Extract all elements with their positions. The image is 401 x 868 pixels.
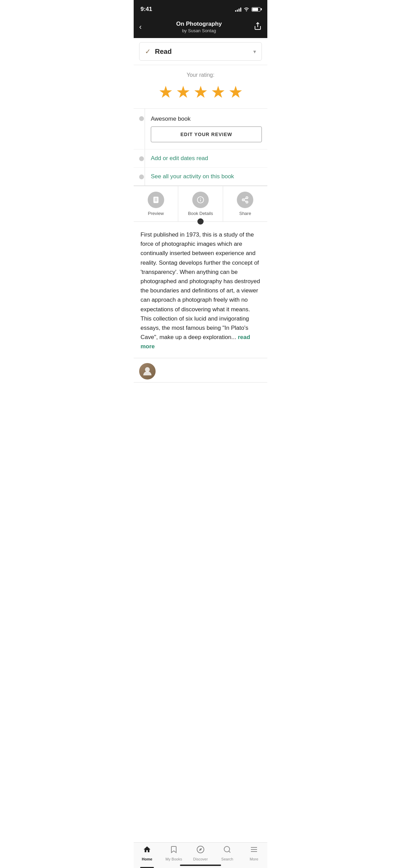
read-left: ✓ Read xyxy=(145,47,172,56)
review-timeline-item: Awesome book EDIT YOUR REVIEW xyxy=(134,109,267,149)
timeline-dot-dates xyxy=(139,156,144,161)
preview-action[interactable]: Preview xyxy=(134,186,178,221)
read-status-label: Read xyxy=(155,48,172,56)
back-button[interactable]: ‹ xyxy=(139,21,144,33)
share-button[interactable] xyxy=(254,22,262,32)
star-5[interactable]: ★ xyxy=(228,82,243,101)
star-3[interactable]: ★ xyxy=(193,82,208,101)
svg-line-7 xyxy=(244,200,246,202)
book-details-label: Book Details xyxy=(188,211,213,216)
action-row: Preview Book Details Share xyxy=(134,186,267,222)
dates-read-link-item: Add or edit dates read xyxy=(134,149,267,167)
timeline-dot-activity xyxy=(139,174,144,179)
svg-point-9 xyxy=(145,367,150,372)
nav-book-author: by Susan Sontag xyxy=(144,28,254,33)
rating-section: Your rating: ★ ★ ★ ★ ★ xyxy=(134,65,267,109)
preview-label: Preview xyxy=(148,211,164,216)
stars-row[interactable]: ★ ★ ★ ★ ★ xyxy=(139,82,262,101)
review-section: Awesome book EDIT YOUR REVIEW Add or edi… xyxy=(134,109,267,186)
activity-link[interactable]: See all your activity on this book xyxy=(151,173,234,180)
share-icon-circle xyxy=(237,192,253,208)
star-2[interactable]: ★ xyxy=(176,82,191,101)
book-details-action[interactable]: Book Details xyxy=(178,186,222,221)
status-bar: 9:41 xyxy=(134,0,267,17)
battery-icon xyxy=(252,7,260,12)
timeline-dot-review xyxy=(139,116,144,121)
avatar-image xyxy=(139,363,156,379)
description-section: First published in 1973, this is a study… xyxy=(134,222,267,358)
status-icons xyxy=(235,7,260,12)
review-title-text: Awesome book xyxy=(151,116,262,122)
nav-book-title: On Photography xyxy=(144,21,254,27)
book-details-icon-circle xyxy=(192,192,209,208)
svg-point-4 xyxy=(246,197,248,199)
wifi-icon xyxy=(243,7,250,12)
read-status-section: ✓ Read ▾ xyxy=(134,38,267,65)
preview-icon-circle xyxy=(148,192,164,208)
read-status-dropdown[interactable]: ✓ Read ▾ xyxy=(139,42,262,61)
dates-read-link[interactable]: Add or edit dates read xyxy=(151,155,208,162)
profile-avatar xyxy=(139,363,156,379)
dropdown-arrow-icon: ▾ xyxy=(253,48,256,55)
star-4[interactable]: ★ xyxy=(211,82,226,101)
activity-link-item: See all your activity on this book xyxy=(134,167,267,185)
star-1[interactable]: ★ xyxy=(158,82,173,101)
checkmark-icon: ✓ xyxy=(145,47,151,56)
nav-title-block: On Photography by Susan Sontag xyxy=(144,21,254,33)
svg-point-5 xyxy=(242,199,244,201)
rating-label: Your rating: xyxy=(139,72,262,78)
share-action[interactable]: Share xyxy=(223,186,267,221)
svg-line-8 xyxy=(244,198,246,200)
share-label: Share xyxy=(239,211,251,216)
edit-review-button[interactable]: EDIT YOUR REVIEW xyxy=(151,126,262,142)
profile-peek xyxy=(134,358,267,383)
svg-point-6 xyxy=(246,201,248,203)
review-content: Awesome book EDIT YOUR REVIEW xyxy=(151,116,262,142)
description-text: First published in 1973, this is a study… xyxy=(141,230,260,351)
signal-icon xyxy=(235,7,241,12)
scroll-indicator xyxy=(197,218,204,225)
nav-header: ‹ On Photography by Susan Sontag xyxy=(134,17,267,38)
status-time: 9:41 xyxy=(141,6,152,13)
